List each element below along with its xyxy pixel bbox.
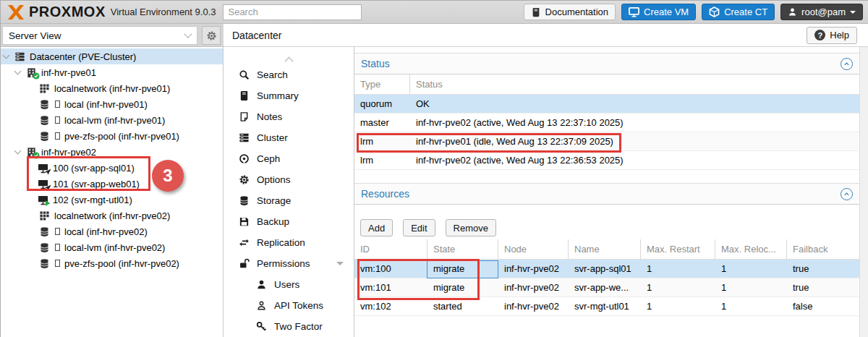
tree-item-local-pve01[interactable]: local (inf-hvr-pve01) <box>1 96 223 112</box>
expander-icon[interactable] <box>14 68 22 75</box>
remove-button[interactable]: Remove <box>446 219 496 236</box>
cell-name: svr-mgt-utl01 <box>569 297 641 315</box>
unlock-icon <box>238 258 250 269</box>
tree-item-vm-101[interactable]: 101 (svr-app-web01) <box>1 176 223 192</box>
caret-down-icon <box>336 262 344 265</box>
storage-icon <box>38 98 50 110</box>
create-ct-button[interactable]: Create CT <box>702 4 775 20</box>
resources-row-vm102[interactable]: vm:102 started inf-hvr-pve02 svr-mgt-utl… <box>354 297 859 316</box>
expander-icon[interactable] <box>14 148 22 155</box>
user-menu-button[interactable]: root@pam <box>780 4 863 20</box>
cell-node: inf-hvr-pve02 <box>498 297 569 315</box>
note-icon <box>238 111 250 122</box>
menu-label: Cluster <box>257 132 288 143</box>
menu-item-permissions[interactable]: Permissions <box>224 253 354 274</box>
cell-max-reloc: 1 <box>715 260 787 278</box>
tree-item-vm-100[interactable]: 100 (svr-app-sql01) <box>1 160 223 176</box>
create-vm-button[interactable]: Create VM <box>621 4 696 20</box>
menu-item-users[interactable]: Users <box>224 274 354 295</box>
tree-item-label: local-lvm (inf-hvr-pve01) <box>64 115 165 126</box>
tree-item-localnetwork-pve02[interactable]: localnetwork (inf-hvr-pve02) <box>1 208 223 223</box>
chevron-down-icon <box>184 30 192 38</box>
resources-table-header: ID State Node Name Max. Restart Max. Rel… <box>354 239 859 260</box>
add-button[interactable]: Add <box>360 219 393 236</box>
tree-item-local-pve02[interactable]: local (inf-hvr-pve02) <box>1 223 223 239</box>
menu-label: Backup <box>257 216 289 227</box>
tree-item-pve-zfs-pool-pve02[interactable]: pve-zfs-pool (inf-hvr-pve02) <box>1 255 223 271</box>
tree-item-label: 100 (svr-app-sql01) <box>53 163 135 174</box>
help-button[interactable]: ? Help <box>807 27 857 44</box>
search-input[interactable] <box>223 4 362 20</box>
status-row-quorum[interactable]: quorum OK <box>354 95 859 114</box>
resources-toolbar: Add Edit Remove <box>354 205 859 239</box>
cell-status: inf-hvr-pve02 (active, Wed Aug 13 22:37:… <box>410 114 859 132</box>
tree-item-node-pve01[interactable]: inf-hvr-pve01 <box>1 64 223 80</box>
search-icon <box>238 69 250 80</box>
cell-id: vm:101 <box>354 278 427 297</box>
menu-item-search[interactable]: Search <box>224 64 354 85</box>
cell-failback: true <box>787 260 859 278</box>
scrollbar-track[interactable] <box>859 47 868 337</box>
tree-item-datacenter[interactable]: Datacenter (PVE-Cluster) <box>1 48 223 64</box>
menu-item-options[interactable]: Options <box>224 169 354 190</box>
column-header-id[interactable]: ID <box>354 239 427 260</box>
cell-type: lrm <box>354 151 410 169</box>
menu-item-notes[interactable]: Notes <box>224 106 354 127</box>
menu-item-ceph[interactable]: Ceph <box>224 148 354 169</box>
view-selector-dropdown[interactable]: Server View <box>2 26 197 45</box>
expander-icon[interactable] <box>3 52 10 59</box>
book-icon <box>238 90 250 101</box>
resources-row-vm101[interactable]: vm:101 migrate inf-hvr-pve02 svr-app-we.… <box>354 278 859 297</box>
status-row-lrm-pve01[interactable]: lrm inf-hvr-pve01 (idle, Wed Aug 13 22:3… <box>354 132 859 151</box>
menu-item-cluster[interactable]: Cluster <box>224 127 354 148</box>
status-collapse-button[interactable] <box>841 58 853 70</box>
menu-label: Replication <box>257 237 305 248</box>
menu-item-api-tokens[interactable]: API Tokens <box>224 295 354 316</box>
status-row-lrm-pve02[interactable]: lrm inf-hvr-pve02 (active, Wed Aug 13 22… <box>354 151 859 170</box>
menu-scroll-up[interactable] <box>224 47 354 64</box>
column-header-state[interactable]: State <box>427 239 498 260</box>
tree-item-label: 101 (svr-app-web01) <box>53 179 140 189</box>
menu-item-summary[interactable]: Summary <box>224 85 354 106</box>
tree-item-pve-zfs-pool-pve01[interactable]: pve-zfs-pool (inf-hvr-pve01) <box>1 128 223 144</box>
column-header-type[interactable]: Type <box>354 74 410 95</box>
status-row-master[interactable]: master inf-hvr-pve02 (active, Wed Aug 13… <box>354 114 859 132</box>
documentation-button[interactable]: Documentation <box>524 4 616 20</box>
cell-id: vm:102 <box>354 297 427 315</box>
cell-node: inf-hvr-pve02 <box>498 278 569 297</box>
gear-icon <box>238 174 250 185</box>
tree-item-local-lvm-pve02[interactable]: local-lvm (inf-hvr-pve02) <box>1 239 223 255</box>
menu-item-replication[interactable]: Replication <box>224 232 354 253</box>
network-icon <box>38 210 50 221</box>
database-icon <box>238 195 250 206</box>
cell-failback: false <box>787 297 859 315</box>
resources-row-vm100[interactable]: vm:100 migrate inf-hvr-pve02 svr-app-sql… <box>354 260 859 278</box>
vm-running-icon <box>37 194 48 205</box>
column-header-failback[interactable]: Failback <box>787 239 859 260</box>
tree-item-vm-102[interactable]: 102 (svr-mgt-utl01) <box>1 192 223 208</box>
column-header-name[interactable]: Name <box>569 239 641 260</box>
create-vm-label: Create VM <box>644 7 689 17</box>
tree-item-local-lvm-pve01[interactable]: local-lvm (inf-hvr-pve01) <box>1 112 223 128</box>
menu-label: Ceph <box>257 153 280 164</box>
tree-item-node-pve02[interactable]: inf-hvr-pve02 <box>1 144 223 160</box>
menu-label: Options <box>257 174 291 185</box>
resources-title: Resources <box>361 188 409 200</box>
column-header-node[interactable]: Node <box>498 239 569 260</box>
cluster-icon <box>238 132 250 143</box>
tree-settings-button[interactable] <box>202 26 221 45</box>
chevron-down-icon <box>850 11 856 14</box>
top-bar: PROXMOX Virtual Environment 9.0.3 Docume… <box>1 1 868 24</box>
menu-item-storage[interactable]: Storage <box>224 190 354 211</box>
resources-section-header: Resources <box>354 183 859 205</box>
column-header-max-reloc[interactable]: Max. Reloc... <box>715 239 787 260</box>
resources-collapse-button[interactable] <box>841 188 853 200</box>
column-header-max-restart[interactable]: Max. Restart <box>641 239 715 260</box>
column-header-status[interactable]: Status <box>410 74 859 95</box>
tree-item-localnetwork-pve01[interactable]: localnetwork (inf-hvr-pve01) <box>1 80 223 96</box>
menu-item-backup[interactable]: Backup <box>224 211 354 232</box>
edit-button[interactable]: Edit <box>403 219 435 236</box>
cell-max-restart: 1 <box>641 297 715 315</box>
tree-item-label: localnetwork (inf-hvr-pve02) <box>54 210 170 221</box>
menu-item-two-factor[interactable]: Two Factor <box>224 316 354 337</box>
